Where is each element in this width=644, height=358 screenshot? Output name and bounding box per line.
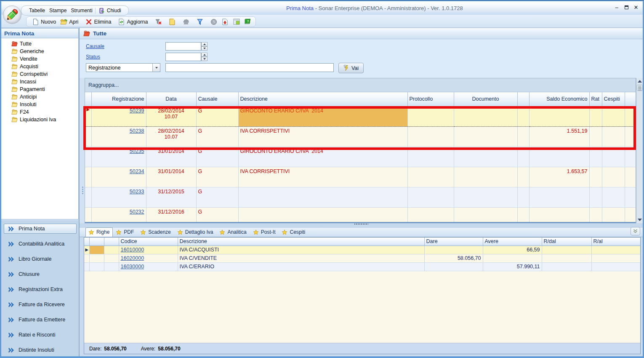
causale-link[interactable]: Causale bbox=[86, 43, 104, 49]
tree-item[interactable]: Liquidazioni Iva bbox=[1, 116, 78, 123]
scroll-down-icon[interactable] bbox=[636, 216, 643, 223]
cell-documento[interactable] bbox=[454, 207, 517, 223]
cell-protocollo[interactable] bbox=[407, 126, 454, 147]
tree-item[interactable]: Anticipi bbox=[1, 93, 78, 101]
registration-row[interactable]: 50238 28/02/201410.07 G IVA CORRISPETTIV… bbox=[85, 126, 636, 147]
header-rat[interactable]: Rat bbox=[589, 92, 602, 106]
detail-cell-codice[interactable]: 16020000 bbox=[119, 254, 178, 262]
nav-item[interactable]: Fatture da Emettere bbox=[4, 315, 77, 325]
tree-item[interactable]: Incassi bbox=[1, 78, 78, 85]
cell-blank1[interactable] bbox=[517, 207, 529, 223]
note-button[interactable] bbox=[166, 17, 178, 26]
header-blank1[interactable] bbox=[517, 92, 529, 106]
cell-registrazione[interactable]: 50238 bbox=[91, 126, 146, 147]
scroll-up-icon[interactable] bbox=[636, 78, 643, 85]
detail-cell-2[interactable] bbox=[89, 246, 104, 254]
detail-cell-descrizione[interactable]: IVA C/ERARIO bbox=[178, 262, 424, 271]
export-document-button[interactable] bbox=[219, 17, 231, 26]
cell-descrizione[interactable]: GIROCONTO ERARIO C/IVA 2014 bbox=[238, 147, 407, 167]
tab[interactable]: Analitica bbox=[216, 227, 250, 237]
header-cespiti[interactable]: Cespiti bbox=[602, 92, 625, 106]
cell-blank1[interactable] bbox=[517, 147, 529, 167]
cell-blank2[interactable] bbox=[625, 106, 636, 126]
search-value-input[interactable] bbox=[165, 63, 334, 72]
cell-blank1[interactable] bbox=[517, 167, 529, 187]
cell-protocollo[interactable] bbox=[407, 187, 454, 207]
cell-documento[interactable] bbox=[454, 167, 517, 187]
maximize-button[interactable] bbox=[623, 4, 630, 11]
remove-filter-button[interactable] bbox=[152, 17, 164, 26]
menu-item-chiudi[interactable]: Chiudi bbox=[96, 6, 123, 16]
detail-header-descrizione[interactable]: Descrizione bbox=[178, 238, 424, 246]
detail-cell-dare[interactable] bbox=[424, 246, 483, 254]
registration-row[interactable]: ► 50239 28/02/201410.07 G GIROCONTO ERAR… bbox=[85, 106, 636, 126]
cell-cespiti[interactable] bbox=[602, 207, 625, 223]
combo-dropdown-icon[interactable] bbox=[152, 64, 160, 72]
cell-registrazione[interactable]: 50235 bbox=[91, 147, 146, 167]
cell-descrizione[interactable]: IVA CORRISPETTIVI bbox=[238, 167, 407, 187]
cell-registrazione[interactable]: 50233 bbox=[91, 187, 146, 207]
menu-item[interactable]: Tabelle bbox=[27, 6, 47, 15]
minimize-button[interactable]: – bbox=[613, 4, 620, 11]
detail-cell-3[interactable] bbox=[104, 254, 119, 262]
cell-saldo[interactable] bbox=[529, 187, 589, 207]
cell-data[interactable]: 31/12/2015 bbox=[146, 187, 196, 207]
nav-item[interactable]: Contabilità Analitica bbox=[4, 239, 77, 249]
detail-header-rdal[interactable]: R/dal bbox=[542, 238, 591, 246]
app-logo[interactable] bbox=[3, 5, 21, 24]
cell-saldo[interactable] bbox=[529, 147, 589, 167]
tree-item[interactable]: Generiche bbox=[1, 48, 78, 55]
detail-cell-3[interactable] bbox=[104, 246, 119, 254]
cell-saldo[interactable]: 1.551,19 bbox=[529, 126, 589, 147]
tree-item[interactable]: Vendite bbox=[1, 55, 78, 63]
detail-cell-ral[interactable] bbox=[591, 262, 640, 271]
detail-cell-2[interactable] bbox=[89, 254, 104, 262]
stamp-button[interactable] bbox=[180, 17, 192, 26]
search-field-combo[interactable]: Registrazione bbox=[86, 63, 160, 72]
detail-cell-codice[interactable]: 16010000 bbox=[119, 246, 178, 254]
cell-saldo[interactable] bbox=[529, 106, 589, 126]
cell-saldo[interactable]: 1.653,57 bbox=[529, 167, 589, 187]
nav-item[interactable]: Ratei e Risconti bbox=[4, 330, 77, 340]
tab[interactable]: Scadenze bbox=[137, 227, 174, 237]
nav-item[interactable]: Prima Nota bbox=[4, 224, 77, 234]
detail-header-codice[interactable]: Codice bbox=[119, 238, 178, 246]
sidebar-grip[interactable] bbox=[82, 186, 84, 195]
cell-registrazione[interactable]: 50234 bbox=[91, 167, 146, 187]
detail-cell-dare[interactable] bbox=[424, 262, 483, 271]
cell-descrizione[interactable]: GIROCONTO ERARIO C/IVA 2014 bbox=[238, 106, 407, 126]
window-button[interactable] bbox=[231, 17, 242, 26]
cell-cespiti[interactable] bbox=[602, 187, 625, 207]
vai-button[interactable]: Vai bbox=[338, 63, 364, 73]
menu-item[interactable]: Stampe bbox=[47, 6, 69, 15]
nav-item[interactable]: Distinte Insoluti bbox=[4, 345, 77, 355]
tab[interactable]: PDF bbox=[113, 227, 137, 237]
cell-cespiti[interactable] bbox=[602, 167, 625, 187]
tree-item[interactable]: Acquisti bbox=[1, 63, 78, 70]
tab[interactable]: Righe bbox=[85, 227, 113, 237]
status-spinner[interactable] bbox=[201, 53, 208, 61]
tree-item[interactable]: Corrispettivi bbox=[1, 70, 78, 78]
tree-item[interactable]: F24 bbox=[1, 108, 78, 116]
cell-rat[interactable] bbox=[589, 187, 602, 207]
detail-cell-avere[interactable]: 66,59 bbox=[483, 246, 542, 254]
cell-rat[interactable] bbox=[589, 167, 602, 187]
cell-data[interactable]: 28/02/201410.07 bbox=[146, 126, 196, 147]
detail-cell-descrizione[interactable]: IVA C/ACQUISTI bbox=[178, 246, 424, 254]
cell-blank1[interactable] bbox=[517, 106, 529, 126]
cell-data[interactable]: 31/12/2016 bbox=[146, 207, 196, 223]
aggiorna-button[interactable]: Aggiorna bbox=[116, 17, 150, 26]
apri-button[interactable]: Apri bbox=[58, 17, 80, 26]
registration-row[interactable]: 50232 31/12/2016 G bbox=[85, 207, 636, 223]
cell-documento[interactable] bbox=[454, 147, 517, 167]
cell-rat[interactable] bbox=[589, 147, 602, 167]
status-input[interactable] bbox=[165, 53, 201, 61]
detail-row[interactable]: 16020000 IVA C/VENDITE 58.056,70 bbox=[84, 254, 640, 262]
registration-row[interactable]: 50234 31/01/2014 G IVA CORRISPETTIVI 1.6… bbox=[85, 167, 636, 187]
status-link[interactable]: Status bbox=[86, 54, 100, 60]
cell-protocollo[interactable] bbox=[407, 167, 454, 187]
cell-data[interactable]: 31/01/2014 bbox=[146, 167, 196, 187]
detail-cell-descrizione[interactable]: IVA C/VENDITE bbox=[178, 254, 424, 262]
detail-cell-ral[interactable] bbox=[591, 246, 640, 254]
cell-causale[interactable]: G bbox=[196, 147, 238, 167]
